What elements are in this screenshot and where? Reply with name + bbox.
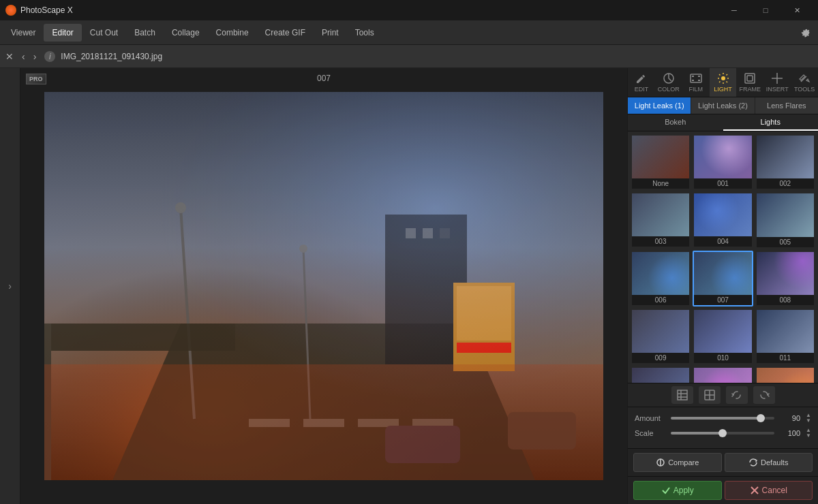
filter-tabs: Light Leaks (1) Light Leaks (2) Lens Fla…: [628, 97, 818, 114]
thumbnail-005-img: [757, 193, 814, 236]
thumbnail-007[interactable]: 007: [693, 251, 753, 306]
scale-label: Scale: [635, 429, 665, 437]
thumbnail-008[interactable]: 008: [755, 251, 815, 306]
scale-slider[interactable]: [671, 432, 774, 435]
svg-rect-26: [692, 76, 694, 77]
thumbnail-013[interactable]: 013: [693, 366, 753, 383]
defaults-icon: [748, 458, 758, 467]
tool-light[interactable]: LIGHT: [710, 68, 737, 97]
thumbnail-002-img: [757, 136, 814, 178]
amount-slider[interactable]: [671, 417, 774, 420]
bottom-tools-bar: [628, 383, 818, 407]
filename-label: IMG_20181121_091430.jpg: [61, 52, 162, 61]
tool-insert[interactable]: INSERT: [763, 68, 791, 97]
close-button[interactable]: ✕: [781, 0, 813, 20]
expand-panel-button[interactable]: ›: [8, 281, 12, 292]
tool-frame[interactable]: FRAME: [736, 68, 763, 97]
thumbnail-006-img: [632, 252, 689, 295]
sub-tabs: Bokeh Lights: [628, 114, 818, 131]
layers-tool-button[interactable]: [671, 386, 693, 404]
canvas-area: PRO 007: [20, 68, 627, 504]
thumbnail-006[interactable]: 006: [631, 251, 691, 306]
thumbnail-014[interactable]: 014: [755, 366, 815, 383]
thumbnail-001[interactable]: 001: [693, 134, 753, 190]
file-close-button[interactable]: ✕: [5, 51, 14, 62]
thumbnail-008-img: [757, 252, 814, 295]
thumbnail-010[interactable]: 010: [693, 309, 753, 364]
nav-collage[interactable]: Collage: [164, 24, 208, 42]
scale-slider-row: Scale 100 ▲ ▼: [635, 428, 811, 439]
nav-combine[interactable]: Combine: [208, 24, 257, 42]
app-title: PhotoScape X: [20, 5, 73, 15]
amount-arrows[interactable]: ▲ ▼: [806, 413, 811, 424]
image-background: [44, 92, 603, 480]
app-icon: [5, 5, 16, 16]
thumbnail-002-label: 002: [757, 178, 814, 189]
cancel-x-icon: [750, 486, 759, 495]
subtab-lights[interactable]: Lights: [723, 114, 819, 131]
svg-rect-40: [747, 76, 753, 81]
navbar: Viewer Editor Cut Out Batch Collage Comb…: [0, 20, 818, 45]
settings-button[interactable]: [795, 22, 815, 43]
thumbnail-009[interactable]: 009: [631, 309, 691, 364]
prev-file-button[interactable]: ‹: [19, 50, 28, 63]
nav-tools[interactable]: Tools: [347, 24, 382, 42]
thumbnail-011-label: 011: [757, 353, 814, 363]
light-effect-overlay: [44, 92, 603, 480]
nav-cutout[interactable]: Cut Out: [82, 24, 126, 42]
tab-light-leaks-2[interactable]: Light Leaks (2): [691, 97, 755, 114]
svg-rect-25: [691, 74, 701, 82]
thumbnail-006-label: 006: [632, 295, 689, 305]
image-number-label: 007: [317, 74, 331, 83]
thumbnail-014-img: [757, 368, 814, 383]
thumbnail-003[interactable]: 003: [631, 192, 691, 248]
file-info-button[interactable]: i: [44, 51, 55, 62]
thumbnail-007-img: [694, 252, 751, 295]
tool-tools[interactable]: TOOLS: [791, 68, 818, 97]
thumbnail-list: None 001 002 003 004: [631, 134, 815, 383]
thumbnail-004[interactable]: 004: [693, 192, 753, 248]
main-area: › PRO 007: [0, 68, 818, 504]
subtab-bokeh[interactable]: Bokeh: [628, 114, 723, 131]
svg-line-35: [719, 74, 721, 76]
scale-value: 100: [780, 429, 800, 437]
thumbnail-011[interactable]: 011: [755, 309, 815, 364]
amount-value: 90: [780, 414, 800, 422]
thumbnail-010-img: [694, 310, 751, 353]
nav-batch[interactable]: Batch: [126, 24, 164, 42]
sliders-panel: Amount 90 ▲ ▼ Scale 100 ▲ ▼: [628, 407, 818, 448]
apply-button[interactable]: Apply: [633, 481, 722, 500]
thumbnail-008-label: 008: [757, 295, 814, 305]
defaults-button[interactable]: Defaults: [725, 453, 813, 472]
nav-creategif[interactable]: Create GIF: [257, 24, 314, 42]
nav-editor[interactable]: Editor: [44, 24, 81, 42]
tab-light-leaks-1[interactable]: Light Leaks (1): [628, 97, 691, 114]
minimize-button[interactable]: ─: [718, 0, 750, 20]
nav-viewer[interactable]: Viewer: [3, 24, 44, 42]
tool-color[interactable]: COLOR: [655, 68, 682, 97]
tool-film[interactable]: FILM: [682, 68, 710, 97]
window-controls: ─ □ ✕: [718, 0, 813, 20]
next-file-button[interactable]: ›: [31, 50, 40, 63]
grid-tool-button[interactable]: [699, 386, 721, 404]
thumbnail-none[interactable]: None: [631, 134, 691, 190]
maximize-button[interactable]: □: [750, 0, 781, 20]
compare-button[interactable]: Compare: [633, 453, 722, 472]
thumbnail-009-label: 009: [632, 353, 689, 363]
nav-print[interactable]: Print: [314, 24, 347, 42]
amount-slider-row: Amount 90 ▲ ▼: [635, 413, 811, 424]
right-panel: EDIT COLOR FILM LIGHT FRAME INSERT: [627, 68, 818, 504]
thumbnail-012[interactable]: 012: [631, 366, 691, 383]
thumbnail-005[interactable]: 005: [755, 192, 815, 248]
action-bar: Compare Defaults: [628, 448, 818, 476]
cancel-button[interactable]: Cancel: [725, 481, 813, 500]
thumbnail-002[interactable]: 002: [755, 134, 815, 190]
tool-edit[interactable]: EDIT: [628, 68, 655, 97]
rotate-left-button[interactable]: [726, 386, 748, 404]
thumbnail-013-img: [694, 368, 751, 383]
scale-arrows[interactable]: ▲ ▼: [806, 428, 811, 439]
apply-checkmark-icon: [661, 486, 671, 495]
tab-lens-flares[interactable]: Lens Flares: [755, 97, 818, 114]
rotate-right-button[interactable]: [753, 386, 775, 404]
thumbnail-001-img: [694, 136, 751, 178]
